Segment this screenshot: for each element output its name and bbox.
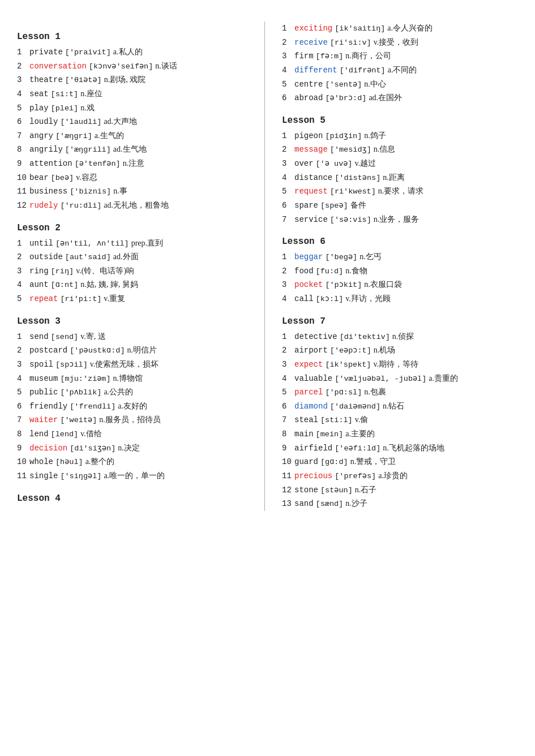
phonetic: ['θiətə] (65, 74, 102, 87)
word-index: 1 (282, 250, 294, 264)
list-item: 3 over ['ə uvə] v.越过 (282, 157, 518, 171)
word-index: 3 (17, 264, 29, 278)
meaning: v.拜访，光顾 (345, 292, 391, 306)
word-index: 3 (282, 157, 294, 171)
word-index: 10 (17, 171, 29, 185)
list-item: 11 business ['biznis] n.事 (17, 184, 253, 199)
list-item: 13 sand [sænd] n.沙子 (282, 497, 518, 511)
word-text: lend (29, 427, 49, 441)
word-text: food (294, 264, 314, 278)
word-index: 3 (282, 358, 294, 372)
word-text: angrily (29, 143, 63, 157)
word-text: stone (294, 483, 318, 497)
meaning: n.业务，服务 (374, 213, 420, 227)
phonetic: ['laudli] (60, 115, 101, 129)
list-item: 6 abroad [ə'brɔ:d] ad.在国外 (282, 91, 518, 105)
word-text: valuable (294, 372, 332, 386)
meaning: n.决定 (118, 441, 140, 456)
main-columns: Lesson 11 private ['praivit] a.私人的2 conv… (17, 22, 518, 511)
meaning: v.寄, 送 (80, 330, 106, 344)
word-text: call (294, 292, 314, 306)
meaning: prep.直到 (131, 237, 163, 251)
word-index: 4 (17, 87, 29, 101)
word-index: 1 (282, 129, 294, 143)
phonetic: [gɑ:d] (320, 456, 348, 469)
word-text: steal (294, 413, 318, 427)
meaning: n.剧场, 戏院 (104, 73, 146, 87)
meaning: n.包裹 (364, 385, 386, 400)
phonetic: ['sə:vis] (330, 213, 371, 227)
list-item: 5 request [ri'kwest] n.要求，请求 (282, 184, 518, 199)
word-index: 6 (17, 115, 29, 129)
phonetic: [ə'tenfən] (75, 157, 121, 171)
phonetic: ['frendli] (70, 400, 115, 414)
word-index: 8 (17, 143, 29, 157)
meaning: a.主要的 (345, 427, 375, 441)
phonetic: ['eəpɔ:t] (330, 344, 371, 358)
word-index: 7 (17, 413, 29, 427)
word-text: outside (29, 250, 63, 264)
word-index: 8 (282, 427, 294, 441)
meaning: n.要求，请求 (378, 184, 424, 199)
phonetic: [aut'said] (65, 251, 111, 264)
word-index: 3 (282, 278, 294, 292)
phonetic: [beə] (51, 171, 74, 185)
list-item: 1 pigeon [pidʒin] n.鸽子 (282, 129, 518, 143)
list-item: 7 steal [sti:l] v.偷 (282, 413, 518, 427)
phonetic: ['ru:dli] (60, 199, 101, 213)
list-item: 5 public ['pʌblik] a.公共的 (17, 385, 253, 400)
list-item: 3 pocket ['pɔkit] n.衣服口袋 (282, 278, 518, 292)
word-index: 4 (282, 63, 294, 78)
list-item: 8 lend [lend] v.借给 (17, 427, 253, 441)
phonetic: ['begə] (325, 251, 357, 264)
list-item: 11 single ['siŋgəl] a.唯一的，单一的 (17, 469, 253, 483)
word-text: museum (29, 372, 58, 386)
meaning: n.博物馆 (113, 372, 143, 386)
word-index: 3 (17, 73, 29, 87)
word-text: aunt (29, 278, 49, 292)
word-index: 2 (282, 343, 294, 358)
list-item: 1 send [send] v.寄, 送 (17, 330, 253, 344)
phonetic: [ri'pi:t] (60, 293, 101, 306)
word-text: precious (294, 469, 332, 483)
lesson-title: Lesson 5 (282, 115, 518, 126)
meaning: n.钻石 (383, 400, 405, 414)
word-text: business (29, 184, 67, 199)
word-index: 11 (282, 469, 294, 483)
word-index: 7 (282, 413, 294, 427)
word-text: attention (29, 157, 72, 171)
meaning: a.不同的 (388, 63, 417, 78)
phonetic: [ən'til, ʌn'til] (55, 237, 129, 251)
word-index: 1 (17, 237, 29, 251)
word-text: postcard (29, 343, 67, 358)
word-text: loudly (29, 115, 58, 129)
phonetic: ['mesidʒ] (330, 143, 371, 157)
list-item: 10 guard [gɑ:d] n.警戒，守卫 (282, 455, 518, 469)
phonetic: [fə:m] (316, 50, 344, 63)
word-text: friendly (29, 400, 67, 414)
phonetic: [stəun] (320, 484, 353, 497)
list-item: 4 seat [si:t] n.座位 (17, 87, 253, 101)
phonetic: ['daiəmənd] (330, 400, 380, 414)
right-column: 1 exciting [ik'saitiŋ] a.令人兴奋的2 receive … (265, 22, 518, 511)
list-item: 1 beggar ['begə] n.乞丐 (282, 250, 518, 264)
phonetic: ['pɑ:sl] (325, 386, 362, 400)
phonetic: [ri'kwest] (330, 185, 376, 199)
word-index: 4 (17, 372, 29, 386)
list-item: 2 message ['mesidʒ] n.信息 (282, 143, 518, 157)
word-text: detective (294, 330, 337, 344)
word-index: 8 (17, 427, 29, 441)
lesson-title: Lesson 1 (17, 32, 253, 42)
word-text: waiter (29, 413, 58, 427)
word-index: 2 (282, 36, 294, 50)
word-text: beggar (294, 250, 323, 264)
list-item: 10 whole [həul] a.整个的 (17, 455, 253, 469)
word-index: 2 (17, 59, 29, 74)
phonetic: [lend] (51, 428, 79, 441)
meaning: a.令人兴奋的 (387, 22, 433, 36)
list-item: 4 different ['difrənt] a.不同的 (282, 63, 518, 78)
meaning: n.中心 (364, 78, 386, 92)
word-text: airfield (294, 441, 332, 456)
lesson-title: Lesson 3 (17, 316, 253, 327)
word-text: spoil (29, 358, 53, 372)
